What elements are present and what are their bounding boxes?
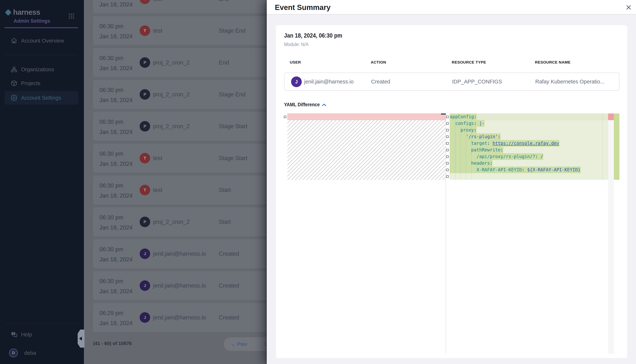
diff-marker-square bbox=[446, 122, 449, 125]
diff-line-text: pathRewrite: bbox=[450, 147, 608, 153]
yaml-token-plain bbox=[450, 154, 477, 159]
indent-guide bbox=[455, 120, 456, 180]
audit-row[interactable]: 06:29 pmJan 18, 2024Jjenil.jain@harness.… bbox=[93, 303, 294, 332]
event-module: Module: N/A bbox=[284, 42, 309, 47]
column-header-resource-name: RESOURCE NAME bbox=[535, 60, 570, 64]
audit-row[interactable]: 06:30 pmJan 18, 2024Pproj_2_cron_2Start bbox=[93, 208, 294, 236]
row-action: Stage End bbox=[219, 91, 246, 98]
overview-ruler-deleted-mark bbox=[608, 114, 614, 120]
yaml-token-plain: : bbox=[498, 134, 500, 139]
app-grid-icon[interactable] bbox=[69, 13, 74, 19]
sidebar-user[interactable]: D deba bbox=[5, 346, 78, 360]
audit-row[interactable]: 06:30 pmJan 18, 2024Pproj_2_cron_2End bbox=[93, 48, 294, 77]
sidebar-item-label: Account Overview bbox=[21, 38, 64, 44]
diff-splitter-handle bbox=[441, 114, 446, 114]
row-avatar: J bbox=[140, 248, 150, 259]
row-user: proj_2_cron_2 bbox=[153, 91, 190, 98]
logo-dot bbox=[6, 12, 8, 14]
diff-line-text: configs: |- bbox=[450, 120, 608, 127]
row-date: Jan 18, 2024 bbox=[99, 129, 132, 135]
sidebar-item-account-overview[interactable]: Account Overview bbox=[5, 34, 78, 48]
event-datetime: Jan 18, 2024, 06:30 pm bbox=[284, 32, 342, 39]
audit-row[interactable]: 06:30 pmJan 18, 2024TtestEnd bbox=[93, 0, 294, 13]
sidebar-accent-divider bbox=[5, 27, 78, 28]
indent-guide bbox=[461, 120, 461, 180]
yaml-token-key: target bbox=[471, 141, 487, 146]
row-action: End bbox=[219, 60, 229, 66]
row-avatar: T bbox=[140, 26, 150, 36]
page: harness Admin Settings Account Overview … bbox=[0, 0, 636, 364]
sidebar-item-projects[interactable]: Projects bbox=[5, 76, 78, 90]
diff-marker-square bbox=[446, 162, 449, 164]
logo-dot bbox=[7, 10, 9, 12]
harness-logo-icon bbox=[5, 9, 12, 16]
row-avatar: P bbox=[140, 217, 150, 227]
diff-line-text: target: https://console.rafay.dev bbox=[450, 140, 608, 147]
drawer-header: Event Summary bbox=[267, 0, 636, 14]
yaml-token-key: /api/proxy/rs-plugin/? bbox=[477, 154, 535, 159]
help-chat-icon: ? bbox=[11, 331, 17, 338]
chevron-up-icon[interactable] bbox=[322, 103, 326, 106]
row-user: test bbox=[153, 155, 162, 161]
yaml-diff-editor[interactable]: appConfig: configs: |- proxy: '/rs-plugi… bbox=[280, 114, 619, 354]
sidebar-divider bbox=[5, 55, 78, 55]
row-user: jenil.jain@harness.io bbox=[153, 314, 206, 320]
row-time: 06:30 pm bbox=[99, 246, 123, 252]
audit-row[interactable]: 06:30 pmJan 18, 2024Pproj_2_cron_2Stage … bbox=[93, 80, 294, 109]
audit-row[interactable]: 06:30 pmJan 18, 2024TtestStage End bbox=[93, 16, 294, 45]
diff-line-text bbox=[450, 173, 608, 180]
row-date: Jan 18, 2024 bbox=[99, 161, 132, 167]
pagination-prev-button[interactable]: ← Prev bbox=[231, 341, 247, 347]
overview-ruler-track bbox=[608, 120, 614, 354]
yaml-token-plain: : bbox=[487, 141, 493, 146]
sidebar-item-organizations[interactable]: Organizations bbox=[5, 63, 78, 76]
diff-line-text: proxy: bbox=[450, 127, 608, 133]
row-user: proj_2_cron_2 bbox=[153, 123, 190, 129]
logo-dot bbox=[7, 13, 9, 15]
audit-row[interactable]: 06:30 pmJan 18, 2024Jjenil.jain@harness.… bbox=[93, 239, 294, 268]
yaml-token-plain: : bbox=[501, 147, 503, 152]
diff-marker-square bbox=[446, 116, 449, 118]
audit-row[interactable]: 06:30 pmJan 18, 2024TtestStart bbox=[93, 176, 294, 204]
yaml-token-plain: : bbox=[522, 167, 527, 172]
row-action: Created bbox=[219, 282, 239, 289]
diff-marker-square bbox=[446, 129, 449, 131]
row-date: Jan 18, 2024 bbox=[99, 33, 132, 40]
diff-line-text: headers: bbox=[450, 160, 608, 166]
cube-icon bbox=[11, 80, 17, 86]
diff-line-text: appConfig: bbox=[450, 114, 608, 120]
row-time: 06:30 pm bbox=[99, 119, 123, 125]
logo-cutout-dots bbox=[5, 9, 12, 16]
sidebar-item-help[interactable]: ? Help bbox=[5, 328, 78, 341]
row-date: Jan 18, 2024 bbox=[99, 193, 132, 199]
audit-row[interactable]: 06:30 pmJan 18, 2024TtestStage Start bbox=[93, 144, 294, 172]
diff-marker-square bbox=[446, 136, 449, 138]
sidebar-divider bbox=[5, 323, 78, 324]
column-header-resource-type: RESOURCE TYPE bbox=[452, 60, 486, 64]
row-action: Start bbox=[219, 187, 231, 193]
row-time: 06:30 pm bbox=[99, 182, 123, 189]
row-user: test bbox=[153, 187, 162, 193]
audit-row[interactable]: 06:30 pmJan 18, 2024Pproj_2_cron_2Stage … bbox=[93, 112, 294, 141]
row-action: Created bbox=[219, 251, 239, 257]
yaml-token-plain bbox=[450, 134, 466, 139]
column-header-action: ACTION bbox=[371, 60, 386, 64]
row-date: Jan 18, 2024 bbox=[99, 65, 132, 71]
row-time: 06:30 pm bbox=[99, 151, 123, 157]
row-time: 06:30 pm bbox=[99, 23, 123, 29]
diff-marker-square bbox=[446, 169, 449, 171]
row-avatar: P bbox=[140, 57, 150, 68]
sidebar-item-label: Organizations bbox=[21, 66, 54, 72]
row-avatar: T bbox=[140, 185, 150, 195]
sidebar-item-account-settings[interactable]: Account Settings bbox=[5, 91, 78, 105]
audit-row[interactable]: 06:30 pmJan 18, 2024Jjenil.jain@harness.… bbox=[93, 271, 294, 300]
event-action: Created bbox=[371, 79, 390, 85]
sidebar-item-label: Help bbox=[21, 332, 32, 338]
collapse-arrow-icon bbox=[79, 336, 82, 340]
close-icon[interactable] bbox=[626, 4, 631, 10]
row-date: Jan 18, 2024 bbox=[99, 256, 132, 262]
yaml-token-plain: : bbox=[474, 114, 477, 119]
row-date: Jan 18, 2024 bbox=[99, 320, 132, 326]
row-time: 06:30 pm bbox=[99, 278, 123, 284]
row-action: Start bbox=[219, 219, 231, 225]
